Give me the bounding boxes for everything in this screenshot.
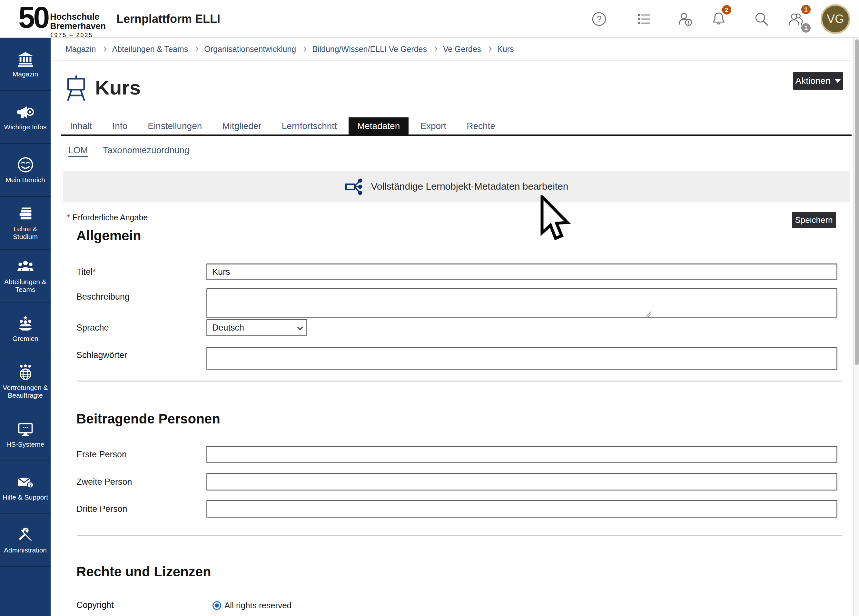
bank-icon	[17, 51, 34, 67]
field-label-copyright: Copyright	[77, 597, 114, 613]
chevron-right-icon	[432, 47, 437, 52]
page-title: Kurs	[95, 75, 141, 101]
copyright-option-label: All rights reserved	[225, 600, 292, 611]
breadcrumb-item[interactable]: Abteilungen & Teams	[112, 44, 188, 54]
help-icon[interactable]: ?	[591, 11, 607, 27]
field-label-zweite-person: Zweite Person	[77, 473, 132, 491]
svg-text:?: ?	[597, 14, 601, 24]
application-window: 50 Hochschule Bremerhaven 1975 – 2025 Le…	[0, 0, 859, 616]
tab-info[interactable]: Info	[104, 117, 136, 134]
tab-inhalt[interactable]: Inhalt	[61, 117, 101, 134]
actions-button[interactable]: Aktionen	[793, 72, 843, 90]
tools-icon	[17, 527, 34, 543]
erste-person-input[interactable]	[206, 446, 837, 463]
field-label-schlagwoerter: Schlagwörter	[77, 347, 127, 363]
who-is-online-icon[interactable]	[678, 11, 693, 27]
zweite-person-input[interactable]	[206, 473, 837, 491]
megaphone-icon	[17, 103, 34, 120]
section-divider	[77, 381, 842, 381]
sidebar-item-hs-systeme[interactable]: *** HS-Systeme	[0, 408, 51, 461]
tab-einstellungen[interactable]: Einstellungen	[139, 117, 211, 134]
edit-full-metadata-banner[interactable]: Vollständige Lernobjekt-Metadaten bearbe…	[63, 171, 850, 202]
banner-label: Vollständige Lernobjekt-Metadaten bearbe…	[371, 181, 568, 192]
tab-export[interactable]: Export	[411, 117, 455, 134]
tab-bar: Inhalt Info Einstellungen Mitglieder Ler…	[61, 117, 851, 136]
overview-list-icon[interactable]	[636, 11, 652, 27]
metadata-tree-icon	[345, 177, 364, 196]
notifications-badge: 2	[722, 5, 731, 14]
course-easel-icon	[66, 74, 86, 102]
smiley-icon	[17, 156, 34, 173]
chevron-right-icon	[194, 47, 199, 52]
breadcrumb-item[interactable]: Magazin	[66, 44, 96, 54]
sidebar-item-lehre-studium[interactable]: Lehre & Studium	[0, 197, 51, 250]
svg-text:***: ***	[23, 425, 28, 431]
contacts-online-badge: 1	[801, 23, 811, 33]
sidebar-item-administration[interactable]: Administration	[0, 514, 51, 567]
sprache-selected-value: Deutsch	[212, 323, 244, 333]
university-logo[interactable]: 50 Hochschule Bremerhaven 1975 – 2025	[19, 2, 106, 39]
sidebar-item-wichtige-infos[interactable]: Wichtige Infos	[0, 91, 51, 144]
required-note: *Erforderliche Angabe	[67, 213, 148, 222]
breadcrumb-item[interactable]: Ve Gerdes	[443, 44, 481, 54]
tab-rechte[interactable]: Rechte	[458, 117, 504, 134]
mouse-cursor	[540, 195, 571, 242]
copyright-radio-row: All rights reserved	[212, 600, 292, 611]
contacts-new-badge: 1	[801, 5, 811, 14]
chevron-right-icon	[301, 47, 307, 52]
sidebar-item-mein-bereich[interactable]: Mein Bereich	[0, 144, 51, 197]
main-sidebar: Magazin Wichtige Infos Mein Bereich Lehr…	[0, 38, 51, 616]
required-asterisk: *	[67, 213, 70, 222]
breadcrumb: Magazin Abteilungen & Teams Organisation…	[51, 38, 853, 61]
sidebar-item-hilfe-support[interactable]: ? Hilfe & Support	[0, 461, 51, 514]
sidebar-item-gremien[interactable]: Gremien	[0, 303, 51, 355]
chevron-right-icon	[101, 47, 107, 52]
section-title-beitragende-personen: Beitragende Personen	[77, 411, 220, 427]
svg-text:?: ?	[29, 483, 31, 488]
tab-metadaten[interactable]: Metadaten	[348, 117, 409, 134]
tab-lernfortschritt[interactable]: Lernfortschritt	[273, 117, 346, 134]
globe-people-icon	[17, 364, 34, 381]
section-title-allgemein: Allgemein	[77, 228, 141, 244]
breadcrumb-item-current[interactable]: Kurs	[497, 44, 514, 54]
section-divider	[77, 535, 842, 536]
committee-icon	[17, 315, 34, 332]
search-icon[interactable]	[754, 11, 769, 27]
contacts-icon[interactable]	[789, 11, 804, 27]
section-title-rechte-und-lizenzen: Rechte und Lizenzen	[77, 564, 211, 580]
books-icon	[17, 205, 34, 222]
field-label-erste-person: Erste Person	[77, 446, 127, 463]
vertical-scrollbar-track[interactable]	[853, 38, 859, 616]
user-avatar[interactable]: VG	[821, 4, 850, 34]
chevron-down-icon	[297, 324, 303, 330]
logo-line1: Hochschule	[50, 12, 106, 22]
field-label-titel: Titel*	[77, 264, 96, 280]
vertical-scrollbar-thumb[interactable]	[855, 39, 859, 365]
app-title: Lernplattform ELLI	[116, 0, 220, 38]
sidebar-item-magazin[interactable]: Magazin	[0, 38, 51, 91]
mail-help-icon: ?	[17, 474, 34, 491]
save-button[interactable]: Speichern	[792, 212, 836, 228]
tab-mitglieder[interactable]: Mitglieder	[214, 117, 270, 134]
logo-50: 50	[19, 2, 48, 33]
beschreibung-textarea[interactable]	[206, 288, 837, 318]
field-label-sprache: Sprache	[77, 319, 109, 336]
titel-input[interactable]	[206, 264, 837, 280]
breadcrumb-item[interactable]: Bildung/Wissen/ELLI Ve Gerdes	[312, 44, 427, 54]
breadcrumb-item[interactable]: Organisationsentwicklung	[204, 44, 296, 54]
radio-selected-icon[interactable]	[212, 601, 221, 610]
top-header: 50 Hochschule Bremerhaven 1975 – 2025 Le…	[0, 0, 859, 38]
monitor-icon: ***	[17, 421, 34, 438]
sprache-select[interactable]: Deutsch	[206, 319, 307, 336]
logo-line2: Bremerhaven	[50, 22, 106, 31]
logo-years: 1975 – 2025	[50, 32, 106, 39]
schlagwoerter-input[interactable]	[206, 347, 837, 370]
subtab-taxonomiezuordnung[interactable]: Taxonomiezuordnung	[103, 145, 190, 155]
subtab-lom[interactable]: LOM	[68, 145, 88, 155]
sidebar-item-vertretungen[interactable]: Vertretungen & Beauftragte	[0, 355, 51, 408]
chevron-right-icon	[487, 47, 492, 52]
field-label-beschreibung: Beschreibung	[77, 288, 130, 305]
sidebar-item-abteilungen-teams[interactable]: Abteilungen & Teams	[0, 250, 51, 303]
dritte-person-input[interactable]	[206, 500, 837, 518]
required-asterisk: *	[92, 267, 96, 277]
